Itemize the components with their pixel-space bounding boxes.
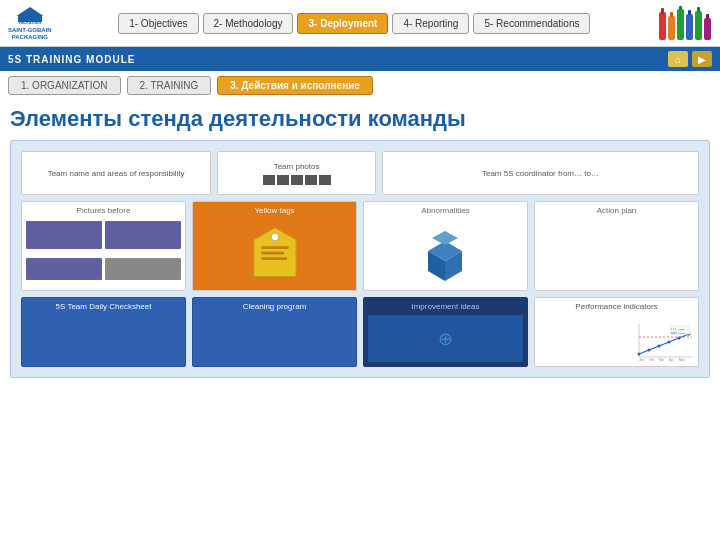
photo-sq-2 (277, 175, 289, 185)
logo-icon: PACKAGING (15, 5, 45, 27)
svg-text:Feb: Feb (649, 358, 655, 362)
toolbar-nav-icons: ⌂ ▶ (668, 51, 712, 67)
svg-rect-5 (668, 16, 675, 40)
purple-sq-3 (26, 258, 102, 280)
sub-nav: 1. ORGANIZATION 2. TRAINING 3. Действия … (0, 71, 720, 100)
svg-marker-24 (432, 231, 458, 245)
plus-icon: ⊕ (438, 328, 453, 350)
svg-text:PACKAGING: PACKAGING (19, 22, 42, 26)
svg-rect-19 (261, 252, 284, 255)
sub-tab-action[interactable]: 3. Действия и исполнение (217, 76, 373, 95)
svg-rect-11 (670, 12, 673, 17)
home-icon[interactable]: ⌂ (668, 51, 688, 67)
photo-sq-4 (305, 175, 317, 185)
logo-text: SAINT-GOBAINPACKAGING (8, 27, 52, 40)
3d-box-area (368, 221, 523, 286)
cell-performance-label: Performance indicators (539, 302, 694, 311)
page-title: Элементы стенда деятельности команды (0, 100, 720, 136)
svg-point-31 (658, 345, 661, 348)
svg-point-32 (668, 341, 671, 344)
tag-area (197, 221, 352, 286)
photo-sq-5 (319, 175, 331, 185)
cell-cleaning-label: Cleaning program (197, 302, 352, 311)
svg-point-29 (638, 353, 641, 356)
svg-point-30 (648, 349, 651, 352)
chart-svg: Jan Feb Mar Apr May Target Actual (634, 322, 694, 362)
logo: PACKAGING SAINT-GOBAINPACKAGING (8, 5, 52, 40)
cell-yellow-tags: Yellow tags (192, 201, 357, 291)
svg-text:Target: Target (678, 328, 685, 331)
purple-sq-4 (105, 258, 181, 280)
header: PACKAGING SAINT-GOBAINPACKAGING 1- Objec… (0, 0, 720, 47)
svg-rect-9 (704, 18, 711, 40)
next-icon[interactable]: ▶ (692, 51, 712, 67)
tab-objectives[interactable]: 1- Objectives (118, 13, 198, 34)
bottles-decoration (657, 4, 712, 42)
purple-sq-1 (26, 221, 102, 249)
cell-team-name-label: Team name and areas of responsibility (48, 169, 185, 178)
cell-improvement: Improvement ideas ⊕ (363, 297, 528, 367)
svg-text:Mar: Mar (659, 358, 664, 362)
main-content: Team name and areas of responsibility Te… (10, 140, 710, 378)
svg-rect-14 (697, 7, 700, 12)
svg-rect-6 (677, 9, 684, 40)
svg-rect-20 (261, 257, 287, 260)
svg-rect-7 (686, 14, 693, 40)
tab-reporting[interactable]: 4- Reporting (392, 13, 469, 34)
cell-improvement-label: Improvement ideas (368, 302, 523, 311)
cell-performance: Performance indicators (534, 297, 699, 367)
tab-deployment[interactable]: 3- Deployment (297, 13, 388, 34)
svg-point-33 (678, 337, 681, 340)
cell-action-plan: Action plan (534, 201, 699, 291)
svg-text:Jan: Jan (639, 358, 644, 362)
svg-rect-4 (659, 12, 666, 40)
nav-tabs: 1- Objectives 2- Methodology 3- Deployme… (110, 9, 598, 38)
blue-toolbar: 5S TRAINING MODULE ⌂ ▶ (0, 47, 720, 71)
cell-coordinator: Team 5S coordinator from… to… (382, 151, 699, 195)
svg-rect-15 (706, 14, 709, 19)
svg-point-17 (271, 233, 278, 240)
tab-methodology[interactable]: 2- Methodology (203, 13, 294, 34)
cell-abnormalities: Abnormalities (363, 201, 528, 291)
purple-squares-grid (26, 221, 181, 286)
cell-team-photos-label: Team photos (274, 162, 320, 171)
improvement-inner: ⊕ (368, 315, 523, 362)
tag-svg (250, 226, 300, 281)
cell-team-name: Team name and areas of responsibility (21, 151, 211, 195)
tab-recommendations[interactable]: 5- Recommendations (473, 13, 590, 34)
cell-action-plan-label: Action plan (539, 206, 694, 215)
photo-squares (263, 175, 331, 185)
module-label: 5S TRAINING MODULE (8, 54, 135, 65)
svg-rect-13 (688, 10, 691, 15)
sub-tab-organization[interactable]: 1. ORGANIZATION (8, 76, 121, 95)
chart-area: Jan Feb Mar Apr May Target Actual (539, 315, 694, 362)
purple-sq-2 (105, 221, 181, 249)
cell-coordinator-label: Team 5S coordinator from… to… (482, 169, 599, 178)
cell-yellow-tags-label: Yellow tags (197, 206, 352, 215)
board-row1: Team name and areas of responsibility Te… (21, 151, 699, 195)
sub-tab-training[interactable]: 2. TRAINING (127, 76, 212, 95)
svg-text:May: May (679, 358, 685, 362)
cell-cleaning: Cleaning program (192, 297, 357, 367)
board-row3: 5S Team Daily Checksheet Cleaning progra… (21, 297, 699, 367)
svg-rect-10 (661, 8, 664, 14)
cell-abnormalities-label: Abnormalities (368, 206, 523, 215)
cell-checksheet: 5S Team Daily Checksheet (21, 297, 186, 367)
cell-team-photos: Team photos (217, 151, 376, 195)
photo-sq-3 (291, 175, 303, 185)
photo-sq-1 (263, 175, 275, 185)
cell-pictures-before: Pictures before (21, 201, 186, 291)
cell-pictures-label: Pictures before (26, 206, 181, 215)
cell-checksheet-label: 5S Team Daily Checksheet (26, 302, 181, 311)
svg-text:Actual: Actual (678, 332, 685, 335)
box-svg (418, 226, 473, 281)
svg-text:Apr: Apr (669, 358, 674, 362)
svg-rect-18 (261, 246, 289, 249)
board-row2: Pictures before Yellow tags (21, 201, 699, 291)
svg-rect-8 (695, 11, 702, 40)
svg-rect-12 (679, 6, 682, 10)
